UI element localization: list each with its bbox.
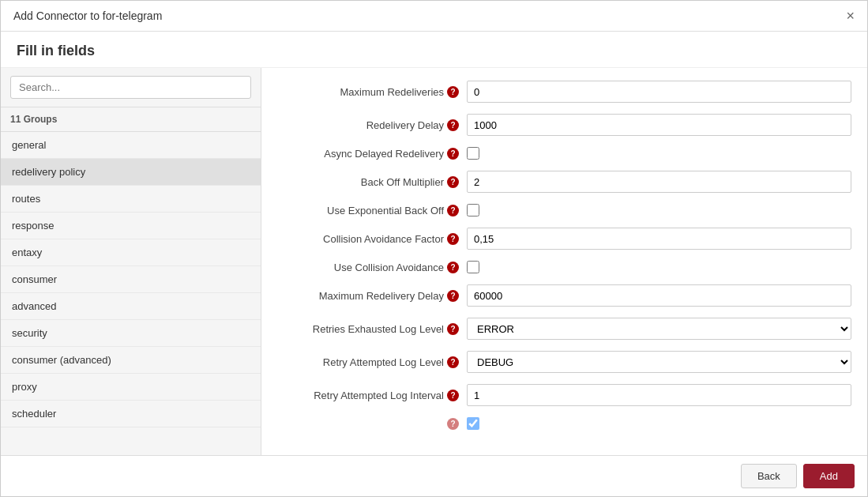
search-box xyxy=(1,68,261,107)
sidebar-item-redelivery-policy[interactable]: redelivery policy xyxy=(1,159,261,186)
select-retry-attempted-log-level[interactable]: DEBUGERRORWARNINFOTRACE xyxy=(467,351,851,373)
form-row-async-delayed-redelivery: Async Delayed Redelivery ? xyxy=(277,147,851,160)
search-input[interactable] xyxy=(10,76,251,99)
form-row-collision-avoidance-factor: Collision Avoidance Factor ? xyxy=(277,228,851,250)
sidebar: 11 Groups generalredelivery policyroutes… xyxy=(1,68,261,455)
add-button[interactable]: Add xyxy=(803,464,855,488)
input-back-off-multiplier[interactable] xyxy=(467,171,851,193)
input-redelivery-delay[interactable] xyxy=(467,114,851,136)
form-row-retries-exhausted-log-level: Retries Exhausted Log Level ?ERRORWARNIN… xyxy=(277,318,851,340)
form-row-maximum-redelivery-delay: Maximum Redelivery Delay ? xyxy=(277,284,851,307)
help-icon-maximum-redelivery-delay[interactable]: ? xyxy=(447,290,459,302)
form-row-retry-attempted-log-interval: Retry Attempted Log Interval ? xyxy=(277,384,851,406)
modal-header: Add Connector to for-telegram × xyxy=(1,1,867,32)
form-label-back-off-multiplier: Back Off Multiplier ? xyxy=(277,176,467,188)
sidebar-item-consumer[interactable]: consumer xyxy=(1,266,261,293)
form-label-async-delayed-redelivery: Async Delayed Redelivery ? xyxy=(277,148,467,160)
form-label-retry-attempted-log-level: Retry Attempted Log Level ? xyxy=(277,356,467,368)
input-collision-avoidance-factor[interactable] xyxy=(467,228,851,250)
form-row-redelivery-delay: Redelivery Delay ? xyxy=(277,114,851,136)
help-icon-retry-attempted-log-level[interactable]: ? xyxy=(447,356,459,368)
form-label-maximum-redeliveries: Maximum Redeliveries ? xyxy=(277,86,467,98)
form-label-retries-exhausted-log-level: Retries Exhausted Log Level ? xyxy=(277,323,467,335)
form-label-collision-avoidance-factor: Collision Avoidance Factor ? xyxy=(277,233,467,245)
help-icon-use-collision-avoidance[interactable]: ? xyxy=(447,262,459,273)
close-button[interactable]: × xyxy=(846,9,855,23)
form-label-use-exponential-back-off: Use Exponential Back Off ? xyxy=(277,205,467,216)
form-label-partial: ? xyxy=(277,418,467,430)
sidebar-item-security[interactable]: security xyxy=(1,320,261,347)
select-retries-exhausted-log-level[interactable]: ERRORWARNINFODEBUGTRACE xyxy=(467,318,851,340)
form-row-use-collision-avoidance: Use Collision Avoidance ? xyxy=(277,261,851,273)
help-icon-back-off-multiplier[interactable]: ? xyxy=(447,176,459,188)
help-icon-retry-attempted-log-interval[interactable]: ? xyxy=(447,390,459,401)
help-icon-collision-avoidance-factor[interactable]: ? xyxy=(447,233,459,245)
form-row-maximum-redeliveries: Maximum Redeliveries ? xyxy=(277,81,851,103)
form-row-back-off-multiplier: Back Off Multiplier ? xyxy=(277,171,851,193)
input-retry-attempted-log-interval[interactable] xyxy=(467,384,851,406)
checkbox-use-exponential-back-off[interactable] xyxy=(467,204,479,216)
content-area: 11 Groups generalredelivery policyroutes… xyxy=(1,68,867,455)
back-button[interactable]: Back xyxy=(741,464,797,488)
form-label-maximum-redelivery-delay: Maximum Redelivery Delay ? xyxy=(277,290,467,302)
help-icon-retries-exhausted-log-level[interactable]: ? xyxy=(447,323,459,335)
form-label-redelivery-delay: Redelivery Delay ? xyxy=(277,119,467,131)
help-icon-partial[interactable]: ? xyxy=(447,418,459,430)
checkbox-use-collision-avoidance[interactable] xyxy=(467,261,479,273)
form-row-partial: ? xyxy=(277,417,851,430)
fill-in-fields-heading: Fill in fields xyxy=(1,32,867,68)
input-maximum-redeliveries[interactable] xyxy=(467,81,851,103)
groups-label: 11 Groups xyxy=(1,107,261,132)
sidebar-item-routes[interactable]: routes xyxy=(1,186,261,213)
sidebar-item-advanced[interactable]: advanced xyxy=(1,293,261,320)
sidebar-item-scheduler[interactable]: scheduler xyxy=(1,401,261,427)
sidebar-item-entaxy[interactable]: entaxy xyxy=(1,239,261,266)
modal-footer: Back Add xyxy=(1,455,867,496)
help-icon-redelivery-delay[interactable]: ? xyxy=(447,119,459,131)
help-icon-use-exponential-back-off[interactable]: ? xyxy=(447,205,459,216)
form-row-retry-attempted-log-level: Retry Attempted Log Level ?DEBUGERRORWAR… xyxy=(277,351,851,373)
form-area: Maximum Redeliveries ?Redelivery Delay ?… xyxy=(261,68,867,455)
modal-container: Add Connector to for-telegram × Fill in … xyxy=(0,0,868,497)
sidebar-item-consumer-advanced[interactable]: consumer (advanced) xyxy=(1,347,261,374)
help-icon-async-delayed-redelivery[interactable]: ? xyxy=(447,148,459,160)
form-label-retry-attempted-log-interval: Retry Attempted Log Interval ? xyxy=(277,390,467,401)
sidebar-item-general[interactable]: general xyxy=(1,132,261,159)
modal-body: Fill in fields 11 Groups generalredelive… xyxy=(1,32,867,455)
modal-title: Add Connector to for-telegram xyxy=(13,9,162,22)
input-maximum-redelivery-delay[interactable] xyxy=(467,284,851,307)
form-row-use-exponential-back-off: Use Exponential Back Off ? xyxy=(277,204,851,216)
checkbox-async-delayed-redelivery[interactable] xyxy=(467,147,479,160)
sidebar-item-proxy[interactable]: proxy xyxy=(1,374,261,401)
form-label-use-collision-avoidance: Use Collision Avoidance ? xyxy=(277,262,467,273)
sidebar-nav: generalredelivery policyroutesresponseen… xyxy=(1,132,261,455)
sidebar-item-response[interactable]: response xyxy=(1,213,261,239)
checkbox-partial[interactable] xyxy=(467,417,479,430)
help-icon-maximum-redeliveries[interactable]: ? xyxy=(447,86,459,98)
